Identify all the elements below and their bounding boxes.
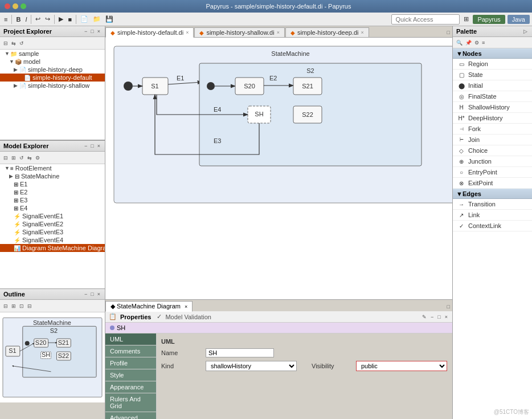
me-close-btn[interactable]: × (96, 143, 101, 149)
me-minimize-btn[interactable]: − (83, 143, 88, 149)
sm-tab-close[interactable]: × (185, 304, 187, 310)
props-sidebar-rulers[interactable]: Rulers And Grid (105, 393, 156, 412)
me-btn5[interactable]: ⚙ (34, 154, 41, 161)
toolbar-btn-undo[interactable]: ↩ (34, 14, 42, 24)
palette-pin-btn[interactable]: 📌 (464, 39, 473, 46)
toolbar-btn-new[interactable]: 📄 (79, 14, 90, 24)
tab-shallow-close[interactable]: × (277, 30, 280, 35)
toolbar-btn-save[interactable]: 💾 (104, 14, 115, 24)
toolbar-btn-bold[interactable]: B (14, 15, 22, 24)
toolbar-btn-open[interactable]: 📁 (91, 14, 103, 24)
me-diagram[interactable]: 📊 Diagram StateMachine Diagra (0, 244, 105, 252)
props-sidebar-style[interactable]: Style (105, 369, 156, 381)
kind-select[interactable]: shallowHistory (206, 361, 297, 371)
tree-item-model[interactable]: ▼ 📦 model (0, 58, 105, 66)
collapse-all-btn[interactable]: ⊟ (2, 40, 9, 47)
palette-item-entrypoint[interactable]: ○ EntryPoint (453, 167, 532, 178)
palette-search-btn[interactable]: 🔍 (455, 39, 464, 46)
toolbar-btn-run[interactable]: ▶ (57, 14, 65, 24)
props-sidebar-uml[interactable]: UML (105, 333, 156, 345)
tab-deep-close[interactable]: × (361, 30, 364, 35)
tree-item-default[interactable]: 📄 simple-history-default (0, 74, 105, 82)
me-e1[interactable]: ⊞ E1 (0, 180, 105, 188)
palette-item-join[interactable]: ⊢ Join (453, 135, 532, 145)
me-maximize-btn[interactable]: □ (89, 143, 95, 149)
me-signal2[interactable]: ⚡ SignalEventE2 (0, 220, 105, 228)
palette-item-fork[interactable]: ⊣ Fork (453, 124, 532, 135)
me-signal3[interactable]: ⚡ SignalEventE3 (0, 228, 105, 236)
toolbar-btn-redo[interactable]: ↪ (43, 14, 52, 24)
palette-item-link[interactable]: ↗ Link (453, 210, 532, 221)
palette-expand-btn[interactable]: ▷ (522, 28, 529, 35)
props-sidebar-advanced[interactable]: Advanced (105, 412, 156, 419)
toolbar-btn-1[interactable]: ≡ (2, 15, 9, 24)
palette-item-initial[interactable]: ⬤ Initial (453, 80, 532, 91)
bottom-maximize-btn[interactable]: □ (446, 303, 451, 310)
visibility-select[interactable]: public (356, 361, 447, 371)
props-maximize-btn[interactable]: □ (436, 314, 441, 320)
outline-btn3[interactable]: ⊡ (18, 303, 25, 310)
outline-btn2[interactable]: ⊞ (10, 303, 17, 310)
minimize-panel-btn[interactable]: − (83, 28, 88, 35)
close-button[interactable] (5, 3, 10, 9)
window-controls[interactable] (5, 3, 26, 9)
quick-access-input[interactable] (391, 14, 460, 25)
tree-item-deep[interactable]: ▶ 📄 simple-history-deep (0, 66, 105, 74)
palette-item-transition[interactable]: → Transition (453, 199, 532, 210)
refresh-btn[interactable]: ↺ (18, 40, 25, 47)
tab-default[interactable]: ◆ simple-history-default.di × (105, 27, 194, 38)
maximize-panel-btn[interactable]: □ (89, 28, 95, 35)
me-btn3[interactable]: ↺ (18, 154, 25, 161)
palette-item-finalstate[interactable]: ◎ FinalState (453, 91, 532, 102)
palette-item-region[interactable]: ▭ Region (453, 59, 532, 70)
palette-nodes-header[interactable]: ▼ Nodes (453, 48, 532, 59)
me-btn1[interactable]: ⊟ (2, 154, 9, 161)
tree-item-shallow[interactable]: ▶ 📄 simple-history-shallow (0, 82, 105, 90)
props-minimize-btn[interactable]: − (429, 314, 435, 320)
palette-item-junction[interactable]: ⊕ Junction (453, 156, 532, 167)
me-btn2[interactable]: ⊞ (10, 154, 17, 161)
close-panel-btn[interactable]: × (96, 28, 101, 35)
me-e2[interactable]: ⊞ E2 (0, 188, 105, 196)
me-e4[interactable]: ⊞ E4 (0, 204, 105, 212)
me-e3[interactable]: ⊞ E3 (0, 196, 105, 204)
outline-minimize-btn[interactable]: − (83, 291, 88, 298)
props-sidebar-profile[interactable]: Profile (105, 357, 156, 369)
palette-item-choice[interactable]: ◇ Choice (453, 145, 532, 156)
props-edit-btn[interactable]: ✎ (421, 314, 428, 320)
toolbar-perspective-btn[interactable]: ⊞ (462, 14, 470, 24)
props-sidebar-appearance[interactable]: Appearance (105, 381, 156, 393)
papyrus-perspective[interactable]: Papyrus (473, 15, 505, 24)
props-sidebar-comments[interactable]: Comments (105, 345, 156, 357)
me-signal1[interactable]: ⚡ SignalEventE1 (0, 212, 105, 220)
me-root[interactable]: ▼ ≡ RootElement (0, 164, 105, 172)
palette-item-exitpoint[interactable]: ⊗ ExitPoint (453, 178, 532, 189)
editor-maximize-btn[interactable]: □ (446, 29, 451, 36)
outline-btn1[interactable]: ⊟ (2, 303, 9, 310)
tab-shallow[interactable]: ◆ simple-history-shallow.di × (194, 27, 284, 37)
tab-deep[interactable]: ◆ simple-history-deep.di × (285, 27, 369, 37)
minimize-button[interactable] (13, 3, 18, 9)
me-statemachine[interactable]: ▶ ⊟ StateMachine (0, 172, 105, 180)
palette-more-btn[interactable]: ≡ (481, 39, 486, 46)
outline-btn4[interactable]: ⊟ (26, 303, 33, 310)
palette-item-state[interactable]: ▢ State (453, 70, 532, 80)
palette-settings-btn[interactable]: ⚙ (473, 39, 480, 46)
me-signal4[interactable]: ⚡ SignalEventE4 (0, 236, 105, 244)
outline-close-btn[interactable]: × (96, 291, 101, 298)
palette-item-contextlink[interactable]: ✓ ContextLink (453, 221, 532, 231)
palette-item-shallowhistory[interactable]: H ShallowHistory (453, 102, 532, 113)
name-input[interactable] (206, 348, 274, 357)
java-perspective[interactable]: Java (508, 15, 530, 24)
tab-default-close[interactable]: × (186, 30, 189, 35)
tree-item-sample[interactable]: ▼ 📁 sample (0, 50, 105, 58)
outline-maximize-btn[interactable]: □ (89, 291, 95, 298)
toolbar-btn-stop[interactable]: ■ (66, 15, 73, 24)
palette-item-deephistory[interactable]: H* DeepHistory (453, 113, 532, 124)
link-editor-btn[interactable]: ⇆ (10, 40, 17, 47)
me-btn4[interactable]: ⇆ (26, 154, 33, 161)
props-close-btn[interactable]: × (444, 314, 449, 320)
diagram-canvas[interactable]: StateMachine S1 E1 S2 (105, 38, 452, 299)
tab-statemachine-diagram[interactable]: ◆ StateMachine Diagram × (105, 301, 193, 312)
palette-edges-header[interactable]: ▼ Edges (453, 189, 532, 199)
